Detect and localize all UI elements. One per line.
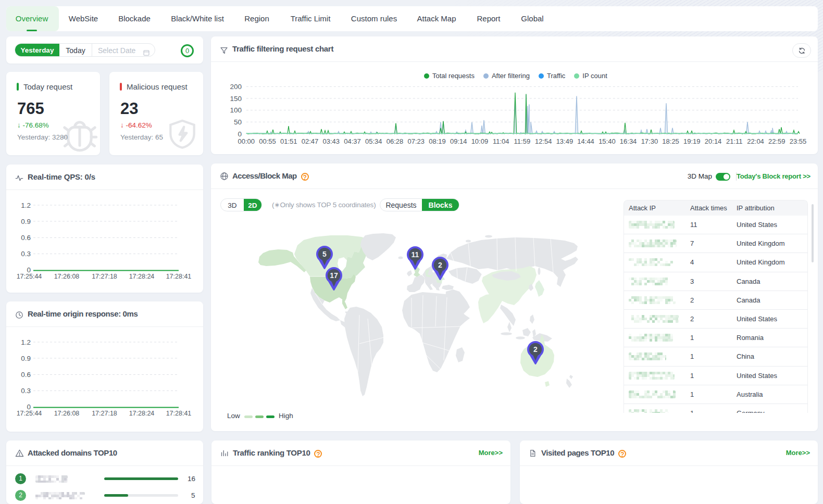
svg-text:0.6: 0.6 xyxy=(21,234,31,242)
svg-text:18:25: 18:25 xyxy=(662,137,679,145)
svg-text:15:40: 15:40 xyxy=(598,137,616,145)
svg-text:17:25:44: 17:25:44 xyxy=(17,410,42,417)
svg-text:04:37: 04:37 xyxy=(344,137,361,145)
svg-text:17:27:18: 17:27:18 xyxy=(92,410,117,417)
svg-text:1.2: 1.2 xyxy=(21,201,31,209)
svg-text:00:00: 00:00 xyxy=(238,137,255,145)
svg-text:14:44: 14:44 xyxy=(577,137,594,145)
svg-text:21:11: 21:11 xyxy=(726,137,743,145)
svg-text:07:23: 07:23 xyxy=(407,137,425,145)
svg-text:17: 17 xyxy=(330,271,338,280)
svg-text:17:26:08: 17:26:08 xyxy=(54,273,80,280)
svg-text:5: 5 xyxy=(322,250,327,258)
svg-text:17:28:41: 17:28:41 xyxy=(166,410,192,417)
svg-text:09:14: 09:14 xyxy=(450,137,467,145)
svg-text:17:30: 17:30 xyxy=(641,137,658,145)
svg-text:08:19: 08:19 xyxy=(429,137,446,145)
svg-text:0.3: 0.3 xyxy=(21,387,31,395)
svg-text:0: 0 xyxy=(238,130,242,138)
svg-text:150: 150 xyxy=(230,95,242,103)
svg-text:01:51: 01:51 xyxy=(280,137,297,145)
svg-text:11:59: 11:59 xyxy=(514,137,531,145)
svg-text:11:04: 11:04 xyxy=(493,137,509,145)
svg-text:16:34: 16:34 xyxy=(620,137,637,145)
svg-text:2: 2 xyxy=(533,345,538,354)
svg-text:03:43: 03:43 xyxy=(323,137,340,145)
svg-text:22:04: 22:04 xyxy=(747,137,764,145)
svg-text:17:28:24: 17:28:24 xyxy=(129,273,155,280)
svg-text:05:34: 05:34 xyxy=(365,137,382,145)
svg-text:12:54: 12:54 xyxy=(535,137,552,145)
svg-text:100: 100 xyxy=(230,106,242,114)
svg-text:11: 11 xyxy=(412,250,419,259)
svg-text:17:27:18: 17:27:18 xyxy=(92,273,117,280)
svg-text:00:55: 00:55 xyxy=(259,137,276,145)
svg-text:0.9: 0.9 xyxy=(21,355,31,362)
svg-text:22:59: 22:59 xyxy=(768,137,785,145)
svg-text:02:47: 02:47 xyxy=(302,137,319,145)
svg-text:10:09: 10:09 xyxy=(471,137,489,145)
svg-text:20:14: 20:14 xyxy=(705,137,722,145)
svg-text:17:26:08: 17:26:08 xyxy=(54,410,80,417)
svg-text:17:25:44: 17:25:44 xyxy=(17,273,42,280)
svg-text:19:19: 19:19 xyxy=(683,137,701,145)
svg-text:06:28: 06:28 xyxy=(386,137,404,145)
svg-text:0.6: 0.6 xyxy=(21,371,31,379)
svg-text:200: 200 xyxy=(230,83,242,91)
svg-text:2: 2 xyxy=(438,261,442,269)
svg-text:13:49: 13:49 xyxy=(556,137,573,145)
svg-text:0.3: 0.3 xyxy=(21,250,31,258)
svg-text:0.9: 0.9 xyxy=(21,218,31,225)
svg-text:23:55: 23:55 xyxy=(790,137,807,145)
svg-text:1.2: 1.2 xyxy=(21,338,31,346)
svg-text:50: 50 xyxy=(234,118,242,126)
svg-text:17:28:41: 17:28:41 xyxy=(166,273,192,280)
svg-text:17:28:24: 17:28:24 xyxy=(129,410,155,417)
